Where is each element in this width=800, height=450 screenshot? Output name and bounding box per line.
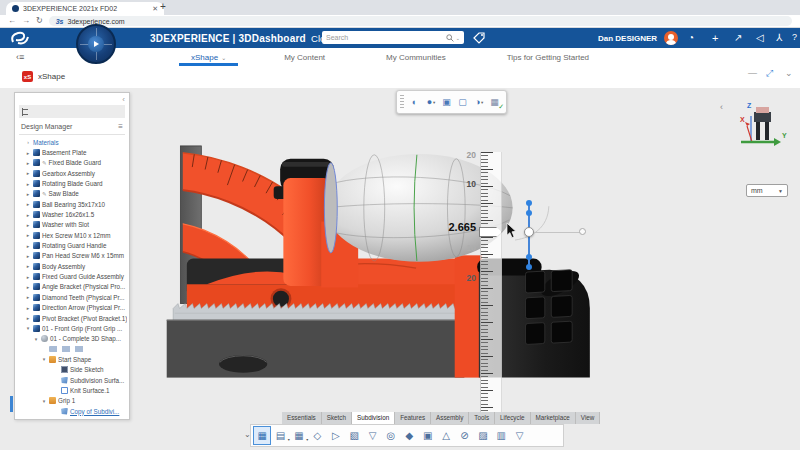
chevron-down-icon[interactable]: ⌄ xyxy=(221,54,226,61)
action-bar-tab[interactable]: Features xyxy=(395,412,431,424)
extrude-face-icon[interactable]: ▽ xyxy=(363,426,381,445)
tree-item[interactable]: ▸ Diamond Teeth (Physical Pr... xyxy=(17,292,127,302)
tree-item[interactable]: ▸ ✎ Saw Blade xyxy=(17,189,127,199)
tree-item[interactable]: ▸ ✎ Fixed Blade Guard xyxy=(17,158,127,168)
community-icon[interactable]: ◁ xyxy=(756,32,764,43)
reload-icon[interactable]: ↻ xyxy=(36,17,43,25)
expander-icon[interactable]: ▸ xyxy=(25,263,31,269)
platform-tab[interactable]: My Content xyxy=(278,48,334,66)
new-tab-icon[interactable]: + xyxy=(160,1,166,12)
expander-icon[interactable]: ▸ xyxy=(25,212,31,218)
apps-icon[interactable]: ⅄ xyxy=(776,32,782,43)
tree-view-icon[interactable] xyxy=(22,108,31,116)
expander-icon[interactable]: ▾ xyxy=(33,336,39,342)
symmetry-icon[interactable]: ▧ xyxy=(345,426,363,445)
tree-item[interactable]: ▾ Grip 1 xyxy=(17,396,127,406)
expander-icon[interactable]: ▸ xyxy=(25,243,31,249)
tree-item[interactable]: ▾ 01 - Front Grip (Front Grip ... xyxy=(17,323,127,333)
tree-item[interactable]: ▸ Fixed Guard Guide Assembly xyxy=(17,271,127,281)
control-point[interactable] xyxy=(526,200,532,206)
compass-play-button[interactable] xyxy=(88,36,104,52)
bend-icon[interactable]: ▷ xyxy=(327,426,345,445)
tree-item[interactable]: Side Sketch xyxy=(17,365,127,375)
expander-icon[interactable]: ▸ xyxy=(25,284,31,290)
browser-tab[interactable]: 3DEXPERIENCE 2021x FD02 ✕ xyxy=(6,2,164,15)
tree-item[interactable]: ▸ Pan Head Screw M6 x 15mm xyxy=(17,251,127,261)
thicken-icon[interactable]: ▨ xyxy=(474,426,492,445)
3dexperience-compass[interactable] xyxy=(76,24,116,64)
tree-item[interactable]: ▾ 01 - Complete 3D Shap... xyxy=(17,334,127,344)
url-field[interactable]: 3s 3dexperience.com xyxy=(49,16,792,26)
expander-icon[interactable]: ▸ xyxy=(25,222,31,228)
chevron-down-icon[interactable]: ⌄ xyxy=(785,68,793,78)
share-icon[interactable]: ↗ xyxy=(734,32,742,43)
delete-face-icon[interactable]: ▣ xyxy=(419,426,437,445)
tree-item[interactable]: ▸ Washer 16x26x1.5 xyxy=(17,209,127,219)
chevron-down-icon[interactable]: ▾ xyxy=(481,100,483,105)
erase-icon[interactable]: ⊘ xyxy=(455,426,473,445)
snap-options-icon[interactable]: ▢ xyxy=(455,94,471,110)
cylinder-primitive-icon[interactable]: ▤ ▾ xyxy=(271,426,289,445)
user-name[interactable]: Dan DESIGNER xyxy=(598,34,657,43)
close-tab-icon[interactable]: ✕ xyxy=(152,5,158,13)
expander-icon[interactable]: ▸ xyxy=(25,191,31,197)
grid-primitive-icon[interactable]: ▦ ▾ xyxy=(290,426,308,445)
drag-handle[interactable] xyxy=(524,227,534,237)
tree-item[interactable]: ▸ Rotating Blade Guard xyxy=(17,178,127,188)
expander-icon[interactable]: ▾ xyxy=(41,398,47,404)
view-mode-icon[interactable]: ◑ ▾ xyxy=(471,94,487,110)
robot-view-widget[interactable]: Z X Y xyxy=(734,96,790,146)
toolbar-grip[interactable] xyxy=(400,95,404,109)
add-icon[interactable]: + xyxy=(712,32,718,44)
tree-item[interactable]: ▸ Rotating Guard Handle xyxy=(17,240,127,250)
expander-icon[interactable]: ▸ xyxy=(25,160,31,166)
3ds-logo-icon[interactable] xyxy=(10,30,32,46)
expander-icon[interactable]: ▾ xyxy=(41,356,47,362)
chevron-down-icon[interactable]: ▾ xyxy=(433,100,435,105)
tree-item[interactable]: ▸ Basement Plate xyxy=(17,147,127,157)
search-input[interactable]: Search ⌄ xyxy=(322,31,464,44)
expander-icon[interactable]: ▸ xyxy=(25,170,31,176)
menu-icon[interactable]: ≡ xyxy=(118,122,123,131)
expander-icon[interactable]: › xyxy=(25,139,31,145)
tree-item[interactable]: Subdivision Surfa... xyxy=(17,375,127,385)
tag-icon[interactable] xyxy=(472,31,486,45)
action-bar-tab[interactable]: Marketplace xyxy=(531,412,576,424)
scrollbar-thumb[interactable] xyxy=(10,396,13,412)
tree-item[interactable] xyxy=(17,344,127,354)
sphere-primitive-icon[interactable]: ◎ xyxy=(382,426,400,445)
tree-item[interactable]: ▸ Hex Screw M10 x 12mm xyxy=(17,230,127,240)
measure-ruler[interactable] xyxy=(480,152,502,444)
show-hide-icon[interactable]: ◐ xyxy=(407,94,423,110)
platform-tab[interactable]: xShape ⌄ xyxy=(185,48,232,66)
render-style-icon[interactable]: ● ▾ xyxy=(423,94,439,110)
bridge-icon[interactable]: ◆ xyxy=(400,426,418,445)
cage-display-icon[interactable]: ▽ xyxy=(510,426,528,445)
platform-tab[interactable]: Tips for Getting Started xyxy=(501,48,598,66)
collapse-panel-icon[interactable]: ‹ xyxy=(122,95,125,104)
section-view-icon[interactable]: ▣ xyxy=(439,94,455,110)
search-icon[interactable] xyxy=(446,34,454,42)
action-bar-tab[interactable]: Lifecycle xyxy=(495,412,531,424)
tree-item[interactable]: ▸ Pivot Bracket (Pivot Bracket.1) xyxy=(17,313,127,323)
action-bar-tab[interactable]: Subdivision xyxy=(352,412,395,424)
forward-icon[interactable]: → xyxy=(22,17,30,25)
back-icon[interactable]: ← xyxy=(8,17,16,25)
tree-item[interactable]: Knit Surface.1 xyxy=(17,385,127,395)
tree-item[interactable]: ▸ Angle Bracket (Physical Pro... xyxy=(17,282,127,292)
tree-item[interactable]: ▸ Body Assembly xyxy=(17,261,127,271)
compass-icon[interactable]: ◔ xyxy=(688,32,694,43)
collapse-panel-icon[interactable]: ‹≡ xyxy=(16,52,24,62)
split-face-icon[interactable]: △ xyxy=(437,426,455,445)
action-bar-tab[interactable]: Sketch xyxy=(322,412,352,424)
units-dropdown[interactable]: mm ▼ xyxy=(746,184,788,197)
rotate-handle[interactable] xyxy=(579,228,586,235)
avatar[interactable] xyxy=(664,31,678,45)
expander-icon[interactable]: ▸ xyxy=(25,232,31,238)
search-options-icon[interactable]: ⌄ xyxy=(456,35,460,41)
press-icon[interactable]: ◇ xyxy=(308,426,326,445)
tree-item[interactable]: ▸ Gearbox Assembly xyxy=(17,168,127,178)
help-icon[interactable]: ? xyxy=(792,32,797,42)
expander-icon[interactable]: ▸ xyxy=(25,253,31,259)
expand-icon[interactable]: ⤢ xyxy=(766,68,773,79)
